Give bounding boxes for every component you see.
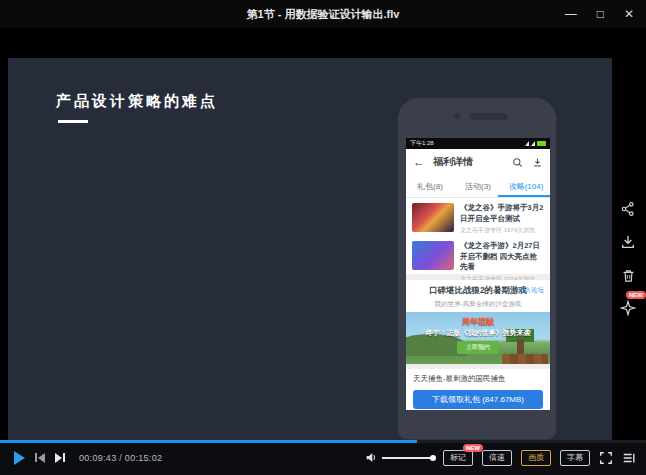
tab-events[interactable]: 活动(3) <box>454 175 502 197</box>
banner-dirt-art <box>502 354 548 364</box>
volume-slider[interactable] <box>382 457 434 459</box>
banner-trunk-art <box>517 339 524 354</box>
article-item[interactable]: 《龙之谷》手游将于3月2日开启全平台测试 龙之谷手游专区 1974次浏览 <box>406 198 550 236</box>
app-bar-actions <box>512 157 543 168</box>
mark-button[interactable]: 标记 NEW <box>443 450 473 466</box>
favorite-icon[interactable]: NEW <box>619 299 637 317</box>
presentation-slide: 产品设计策略的难点 下午1:28 ← <box>8 58 612 440</box>
window-controls: — □ ✕ <box>565 0 634 28</box>
quality-button-label: 画质 <box>528 453 544 462</box>
mark-button-label: 标记 <box>450 453 466 462</box>
active-tab-indicator <box>498 195 550 197</box>
new-badge: NEW <box>626 291 646 299</box>
status-time: 下午1:28 <box>410 139 434 148</box>
next-triangle <box>55 453 62 463</box>
time-display: 00:09:43 / 00:15:02 <box>79 453 162 463</box>
prev-bar <box>35 453 37 462</box>
player-window: 第1节 - 用数据验证设计输出.flv — □ ✕ 产品设计策略的难点 下午1:… <box>0 0 646 475</box>
maximize-button[interactable]: □ <box>597 8 604 20</box>
signal-icon <box>531 141 535 146</box>
phone-mockup: 下午1:28 ← 福利详情 <box>397 97 557 440</box>
window-title: 第1节 - 用数据验证设计输出.flv <box>0 7 646 22</box>
article-thumbnail <box>412 241 454 270</box>
minimize-button[interactable]: — <box>565 8 577 20</box>
quality-button[interactable]: 画质 <box>521 450 551 466</box>
fullscreen-icon[interactable] <box>599 451 613 465</box>
article-title: 《龙之谷手游》2月27日开启不删档 四大亮点抢先看 <box>460 241 544 273</box>
play-button[interactable] <box>14 451 25 465</box>
download-gift-button[interactable]: 下载领取礼包 (847.67MB) <box>413 390 543 409</box>
speed-button-label: 倍速 <box>489 453 505 462</box>
slide-title: 产品设计策略的难点 <box>56 92 218 111</box>
banner-headline: 终于！正版《我的世界》强势来袭 <box>406 328 550 338</box>
promo-text: 天天捕鱼-最刺激的国民捕鱼 <box>406 369 550 386</box>
title-bar: 第1节 - 用数据验证设计输出.flv — □ ✕ <box>0 0 646 28</box>
battery-icon <box>537 141 546 146</box>
share-icon[interactable] <box>619 200 637 218</box>
subtitle-button[interactable]: 字幕 <box>560 450 590 466</box>
article-item[interactable]: 《龙之谷手游》2月27日开启不删档 四大亮点抢先看 龙之谷手游专区 1024次浏… <box>406 236 550 274</box>
search-icon[interactable] <box>512 157 523 168</box>
forum-link[interactable]: 进入论坛 <box>518 286 544 295</box>
control-bar: 00:09:43 / 00:15:02 标记 NEW 倍速 画质 字幕 <box>0 440 646 475</box>
volume-control[interactable] <box>365 451 434 464</box>
next-button[interactable] <box>55 453 65 463</box>
app-bar-title: 福利详情 <box>433 155 473 169</box>
phone-status-bar: 下午1:28 <box>406 138 550 149</box>
article-title: 《龙之谷》手游将于3月2日开启全平台测试 <box>460 203 544 224</box>
back-arrow-icon[interactable]: ← <box>413 155 425 169</box>
download-file-icon[interactable] <box>619 233 637 251</box>
article-meta: 龙之谷手游专区 1974次浏览 <box>460 226 544 235</box>
subtitle-button-label: 字幕 <box>567 453 583 462</box>
article-text: 《龙之谷》手游将于3月2日开启全平台测试 龙之谷手游专区 1974次浏览 <box>460 203 544 233</box>
tab-gift-packs[interactable]: 礼包(8) <box>406 175 454 197</box>
status-icons <box>525 141 546 146</box>
phone-speaker-slot <box>470 113 508 120</box>
volume-slider-handle[interactable] <box>430 455 436 461</box>
minecraft-banner[interactable]: 周年巨献 终于！正版《我的世界》强势来袭 立即预约 <box>406 312 550 364</box>
forum-section: 口碑堪比战狼2的暑期游戏 进入论坛 我的世界-风靡全球的沙盒游戏 <box>406 280 550 312</box>
tab-bar: 礼包(8) 活动(3) 攻略(104) <box>406 175 550 198</box>
banner-reserve-button[interactable]: 立即预约 <box>457 341 499 354</box>
slide-title-underline <box>58 120 88 123</box>
next-bar <box>63 453 65 462</box>
new-badge: NEW <box>463 444 483 452</box>
playlist-icon[interactable] <box>622 451 636 465</box>
settings-controls: 标记 NEW 倍速 画质 字幕 <box>365 440 636 475</box>
close-button[interactable]: ✕ <box>624 8 634 20</box>
article-text: 《龙之谷手游》2月27日开启不删档 四大亮点抢先看 龙之谷手游专区 1024次浏… <box>460 241 544 271</box>
side-toolbar: NEW <box>614 200 642 317</box>
download-icon[interactable] <box>532 157 543 168</box>
wifi-icon <box>525 141 529 146</box>
prev-triangle <box>38 453 45 463</box>
speed-button[interactable]: 倍速 <box>482 450 512 466</box>
previous-button[interactable] <box>35 453 45 463</box>
forum-subtitle: 我的世界-风靡全球的沙盒游戏 <box>412 300 544 309</box>
tab-guides[interactable]: 攻略(104) <box>502 175 550 197</box>
delete-icon[interactable] <box>619 266 637 284</box>
video-area[interactable]: 产品设计策略的难点 下午1:28 ← <box>0 28 646 440</box>
speaker-icon[interactable] <box>365 451 378 464</box>
phone-app-bar: ← 福利详情 <box>406 149 550 175</box>
transport-controls: 00:09:43 / 00:15:02 <box>14 440 162 475</box>
phone-screen: 下午1:28 ← 福利详情 <box>406 138 550 410</box>
article-thumbnail <box>412 203 454 232</box>
phone-camera-dot <box>454 113 460 119</box>
banner-badge: 周年巨献 <box>406 316 550 327</box>
